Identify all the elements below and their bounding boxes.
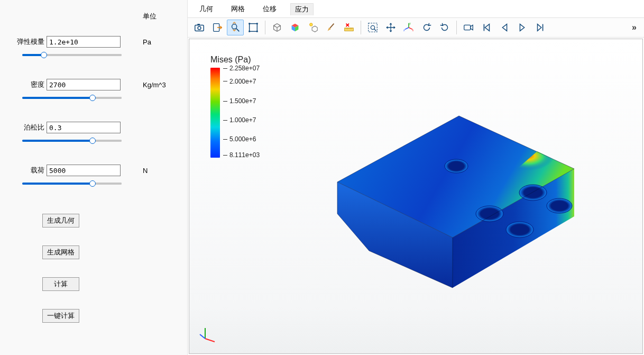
param-row-modulus: 弹性模量 Pa xyxy=(0,36,187,48)
legend-tick: 1.500e+7 xyxy=(223,97,256,105)
toolbar-separator xyxy=(361,21,361,34)
label-modulus: 弹性模量 xyxy=(15,37,47,47)
label-load: 载荷 xyxy=(15,166,47,175)
slider-load[interactable] xyxy=(22,183,122,185)
input-load[interactable] xyxy=(47,165,121,176)
input-poisson[interactable] xyxy=(47,122,121,133)
svg-rect-2 xyxy=(197,24,200,25)
tab-geometry[interactable]: 几何 xyxy=(195,3,217,15)
legend-tick: 1.000e+7 xyxy=(223,116,256,124)
svg-text:x: x xyxy=(412,29,413,32)
cube-color-icon[interactable] xyxy=(287,20,303,35)
toolbar-overflow-icon[interactable]: » xyxy=(628,23,641,32)
input-density[interactable] xyxy=(47,79,121,90)
slider-modulus[interactable] xyxy=(22,54,122,56)
svg-rect-9 xyxy=(256,31,258,32)
export-icon[interactable] xyxy=(209,20,226,35)
orientation-triad-icon xyxy=(199,323,220,344)
tab-displacement[interactable]: 位移 xyxy=(259,3,281,15)
svg-point-1 xyxy=(198,26,201,30)
legend-tick: 5.000e+6 xyxy=(223,135,256,143)
viewport-toolbar: yxz » xyxy=(188,17,644,38)
legend-tick: 2.258e+07 xyxy=(223,65,260,72)
tab-stress[interactable]: 应力 xyxy=(290,3,314,15)
camera-record-icon[interactable] xyxy=(460,20,477,35)
svg-rect-17 xyxy=(464,25,471,30)
svg-point-26 xyxy=(547,198,572,213)
legend-ticks: 2.258e+072.000e+71.500e+71.000e+75.000e+… xyxy=(223,68,271,158)
svg-rect-7 xyxy=(256,23,258,24)
color-legend: Mises (Pa) 2.258e+072.000e+71.500e+71.00… xyxy=(210,55,271,158)
rotate-ccw-icon[interactable] xyxy=(418,20,435,35)
light-cube-icon[interactable] xyxy=(305,20,321,35)
model-render xyxy=(284,92,581,293)
svg-point-25 xyxy=(519,185,547,201)
svg-point-22 xyxy=(445,159,468,173)
svg-point-23 xyxy=(476,206,503,222)
compute-button[interactable]: 计算 xyxy=(42,277,79,291)
input-modulus[interactable] xyxy=(47,36,121,48)
main-area: 几何 网格 位移 应力 xyxy=(188,0,644,355)
skip-start-icon[interactable] xyxy=(478,20,495,35)
param-row-density: 密度 Kg/m^3 xyxy=(0,79,187,90)
select-box-icon[interactable] xyxy=(245,20,262,35)
slider-density[interactable] xyxy=(22,97,122,99)
viewport-3d[interactable]: Mises (Pa) 2.258e+072.000e+71.500e+71.00… xyxy=(189,39,643,354)
param-row-load: 载荷 N xyxy=(0,165,187,176)
param-row-poisson: 泊松比 xyxy=(0,122,187,133)
legend-tick: 8.111e+03 xyxy=(223,151,260,159)
unit-load: N xyxy=(143,167,148,175)
svg-rect-8 xyxy=(249,31,250,32)
zoom-fit-icon[interactable] xyxy=(227,20,244,35)
toolbar-separator xyxy=(265,21,265,34)
gen-mesh-button[interactable]: 生成网格 xyxy=(42,245,79,259)
svg-point-24 xyxy=(506,222,533,238)
svg-text:z: z xyxy=(403,29,405,32)
unit-density: Kg/m^3 xyxy=(143,81,166,89)
svg-point-13 xyxy=(371,25,374,29)
step-back-icon[interactable] xyxy=(496,20,513,35)
svg-rect-6 xyxy=(249,23,250,24)
svg-text:y: y xyxy=(409,22,411,25)
camera-icon[interactable] xyxy=(191,20,208,35)
one-click-compute-button[interactable]: 一键计算 xyxy=(42,309,79,323)
zoom-area-icon[interactable] xyxy=(364,20,381,35)
step-fwd-icon[interactable] xyxy=(532,20,549,35)
svg-point-10 xyxy=(310,23,313,26)
unit-modulus: Pa xyxy=(143,38,151,46)
svg-rect-0 xyxy=(195,25,204,31)
result-tabs: 几何 网格 位移 应力 xyxy=(188,0,644,17)
label-density: 密度 xyxy=(15,80,47,89)
axes-icon[interactable]: yxz xyxy=(400,20,417,35)
cube-icon[interactable] xyxy=(269,20,286,35)
unit-header: 单位 xyxy=(143,12,157,21)
rotate-cw-icon[interactable] xyxy=(436,20,453,35)
toolbar-separator xyxy=(456,21,457,34)
pan-icon[interactable] xyxy=(382,20,399,35)
play-icon[interactable] xyxy=(514,20,531,35)
ruler-x-icon[interactable] xyxy=(341,20,357,35)
legend-title: Mises (Pa) xyxy=(210,55,271,65)
parameter-panel: 单位 弹性模量 Pa 密度 Kg/m^3 泊松比 载荷 N xyxy=(0,0,188,355)
slider-poisson[interactable] xyxy=(22,140,122,142)
legend-colorbar xyxy=(210,68,220,158)
svg-point-4 xyxy=(232,24,237,29)
gen-geometry-button[interactable]: 生成几何 xyxy=(42,214,79,227)
tab-mesh[interactable]: 网格 xyxy=(227,3,249,15)
label-poisson: 泊松比 xyxy=(15,123,47,132)
legend-tick: 2.000e+7 xyxy=(223,78,256,85)
svg-rect-5 xyxy=(250,24,257,32)
brush-icon[interactable] xyxy=(323,20,339,35)
